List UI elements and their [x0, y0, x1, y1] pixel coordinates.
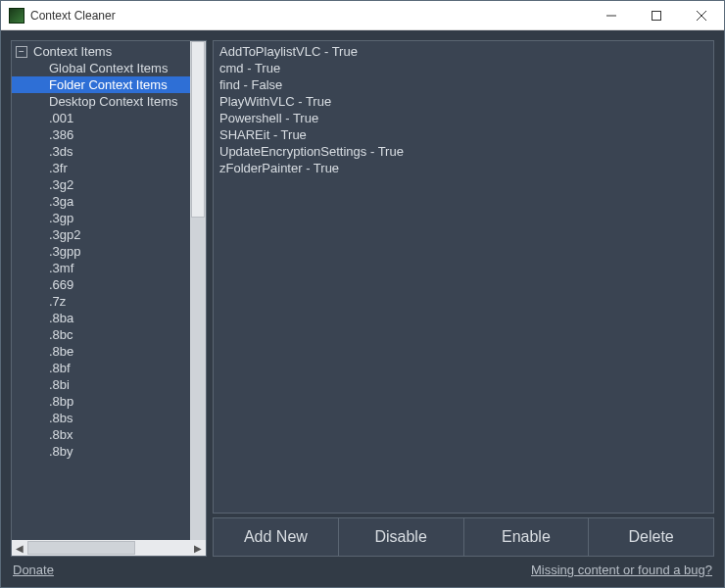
tree-extension-label: .8bf: [49, 360, 71, 376]
add-new-button[interactable]: Add New: [214, 518, 339, 556]
tree-category[interactable]: Global Context Items: [12, 60, 206, 76]
app-icon: [9, 8, 24, 24]
tree-extension-label: .3ga: [49, 193, 73, 210]
tree-vscrollbar[interactable]: [190, 41, 206, 540]
tree-extension[interactable]: .3ga: [12, 193, 206, 210]
tree-extension-label: .8by: [49, 443, 73, 460]
hscroll-thumb[interactable]: [27, 541, 135, 555]
tree-category-label: Desktop Context Items: [49, 93, 178, 110]
tree-extension[interactable]: .8bf: [12, 360, 206, 376]
tree-extension-label: .386: [49, 126, 73, 143]
tree-scroll-area: −Context ItemsGlobal Context ItemsFolder…: [12, 41, 206, 540]
tree-extension[interactable]: .386: [12, 126, 206, 143]
tree-extension[interactable]: .8bi: [12, 376, 206, 393]
donate-link[interactable]: Donate: [13, 563, 54, 577]
tree-extension-label: .3mf: [49, 260, 73, 276]
tree-hscrollbar[interactable]: ◀ ▶: [12, 540, 206, 556]
close-icon: [697, 11, 706, 21]
window-title: Context Cleaner: [30, 9, 589, 23]
hscroll-track[interactable]: [27, 540, 190, 556]
tree-category-label: Folder Context Items: [49, 76, 168, 93]
hscroll-right-button[interactable]: ▶: [190, 540, 206, 556]
detail-item[interactable]: UpdateEncryptionSettings - True: [219, 143, 707, 160]
tree-extension[interactable]: .7z: [12, 293, 206, 310]
detail-item[interactable]: PlayWithVLC - True: [219, 93, 707, 110]
tree-extension[interactable]: .8ba: [12, 310, 206, 326]
tree-extension-label: .3gp2: [49, 226, 81, 243]
tree-extension[interactable]: .3ds: [12, 143, 206, 160]
tree-extension-label: .8bs: [49, 410, 73, 426]
detail-item[interactable]: Powershell - True: [219, 110, 707, 126]
detail-item[interactable]: AddToPlaylistVLC - True: [219, 43, 707, 60]
minimize-icon: [606, 11, 616, 21]
footer: Donate Missing content or found a bug?: [11, 557, 714, 577]
detail-item[interactable]: zFolderPainter - True: [219, 160, 707, 176]
detail-item[interactable]: find - False: [219, 76, 707, 93]
window-controls: [589, 1, 724, 29]
svg-rect-1: [652, 11, 661, 20]
titlebar: Context Cleaner: [1, 1, 724, 30]
right-column: AddToPlaylistVLC - Truecmd - Truefind - …: [213, 40, 714, 557]
tree-category[interactable]: Folder Context Items: [12, 76, 206, 93]
tree-extension-label: .8bc: [49, 326, 73, 343]
tree-extension[interactable]: .001: [12, 110, 206, 126]
tree-extension-label: .3fr: [49, 160, 68, 176]
tree-extension-label: .3gp: [49, 210, 73, 226]
tree-extension[interactable]: .8bs: [12, 410, 206, 426]
tree-extension[interactable]: .3mf: [12, 260, 206, 276]
tree-extension-label: .7z: [49, 293, 66, 310]
tree-extension-label: .669: [49, 276, 73, 293]
tree-extension-label: .3gpp: [49, 243, 81, 260]
tree-vscroll-thumb[interactable]: [191, 41, 205, 218]
enable-button[interactable]: Enable: [464, 518, 590, 556]
tree-extension-label: .3g2: [49, 176, 73, 193]
tree-extension-label: .8bi: [49, 376, 70, 393]
detail-list[interactable]: AddToPlaylistVLC - Truecmd - Truefind - …: [213, 40, 714, 514]
tree-category[interactable]: Desktop Context Items: [12, 93, 206, 110]
tree-extension[interactable]: .669: [12, 276, 206, 293]
delete-button[interactable]: Delete: [589, 518, 713, 556]
minimize-button[interactable]: [589, 1, 634, 29]
bug-link[interactable]: Missing content or found a bug?: [531, 563, 712, 577]
tree-extension-label: .001: [49, 110, 73, 126]
tree-extension-label: .8be: [49, 343, 73, 360]
tree-extension[interactable]: .3gpp: [12, 243, 206, 260]
tree-extension[interactable]: .8bp: [12, 393, 206, 410]
tree-extension[interactable]: .8bx: [12, 426, 206, 443]
action-button-row: Add New Disable Enable Delete: [213, 517, 714, 557]
tree-extension[interactable]: .3fr: [12, 160, 206, 176]
detail-item[interactable]: cmd - True: [219, 60, 707, 76]
tree-category-label: Global Context Items: [49, 60, 168, 76]
tree-extension-label: .8ba: [49, 310, 73, 326]
tree-extension-label: .3ds: [49, 143, 73, 160]
tree-root[interactable]: −Context Items: [12, 43, 206, 60]
tree-extension[interactable]: .3gp: [12, 210, 206, 226]
close-button[interactable]: [679, 1, 724, 29]
detail-item[interactable]: SHAREit - True: [219, 126, 707, 143]
tree-extension-label: .8bx: [49, 426, 73, 443]
tree-root-label: Context Items: [33, 43, 112, 60]
tree-extension[interactable]: .8be: [12, 343, 206, 360]
collapse-icon[interactable]: −: [16, 46, 27, 58]
tree-extension[interactable]: .3gp2: [12, 226, 206, 243]
maximize-button[interactable]: [634, 1, 679, 29]
tree-extension[interactable]: .3g2: [12, 176, 206, 193]
client-area: −Context ItemsGlobal Context ItemsFolder…: [1, 30, 724, 587]
tree-extension[interactable]: .8by: [12, 443, 206, 460]
hscroll-left-button[interactable]: ◀: [12, 540, 27, 556]
app-window: Context Cleaner −Context ItemsGlobal Con…: [0, 0, 725, 588]
tree-panel: −Context ItemsGlobal Context ItemsFolder…: [11, 40, 207, 557]
maximize-icon: [652, 11, 661, 21]
tree-extension-label: .8bp: [49, 393, 73, 410]
disable-button[interactable]: Disable: [339, 518, 464, 556]
main-panels: −Context ItemsGlobal Context ItemsFolder…: [11, 40, 714, 557]
tree-extension[interactable]: .8bc: [12, 326, 206, 343]
context-tree[interactable]: −Context ItemsGlobal Context ItemsFolder…: [12, 41, 206, 540]
